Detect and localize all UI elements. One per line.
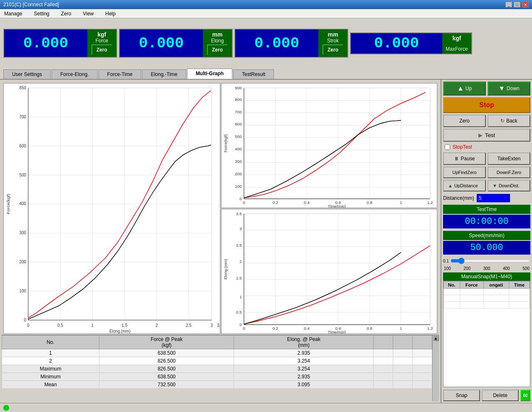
- delete-button[interactable]: Delete: [482, 390, 519, 401]
- zero-back-row: Zero ↻ Back: [443, 115, 530, 127]
- svg-text:1.2: 1.2: [427, 201, 433, 205]
- downfzero-button[interactable]: DownF.Zero: [488, 167, 530, 178]
- svg-rect-77: [244, 214, 430, 325]
- charts-area: 0 100 200 300 400 500 600 700 850 Force(…: [0, 80, 441, 403]
- mean-force: 732.500: [99, 381, 234, 389]
- maxforce-value: 0.000: [351, 33, 442, 54]
- svg-text:0: 0: [24, 318, 27, 322]
- results-table: No. Force @ Peak(kgf) Elong. @ Peak(mm) …: [2, 335, 432, 389]
- speed-slider[interactable]: [451, 258, 530, 264]
- distance-input[interactable]: [477, 194, 510, 202]
- pause-button[interactable]: ⏸ Pause: [443, 152, 486, 165]
- strok-label-group: mm Strok Zero: [318, 29, 347, 57]
- menu-zero[interactable]: Zero: [59, 10, 74, 17]
- cell-no: 2: [2, 357, 99, 365]
- takeexten-button[interactable]: TakeExten: [488, 152, 530, 165]
- col-force: Force @ Peak(kgf): [99, 336, 234, 349]
- svg-text:0.8: 0.8: [367, 326, 372, 331]
- tab-force-elong[interactable]: Force-Elong.: [52, 69, 98, 79]
- stoptest-label: StopTest: [453, 144, 472, 150]
- down-button[interactable]: ▼ Down: [488, 81, 530, 96]
- speed-200: 200: [463, 266, 470, 271]
- tab-test-result[interactable]: TestResult: [233, 69, 274, 79]
- svg-text:0: 0: [243, 326, 245, 331]
- maxforce-label: MaxForce: [446, 46, 468, 52]
- close-button[interactable]: ✕: [522, 2, 529, 7]
- speed-300: 300: [483, 266, 490, 271]
- speed-min-label: 0.1: [443, 259, 449, 263]
- test-button[interactable]: ▶ Test: [443, 129, 530, 142]
- table-scrollbar[interactable]: ▲: [432, 335, 439, 401]
- maximize-button[interactable]: □: [514, 2, 520, 7]
- col-elong: Elong. @ Peak(mm): [234, 336, 374, 349]
- strok-zero-button[interactable]: Zero: [323, 44, 343, 55]
- snap-row: [444, 302, 530, 309]
- svg-text:0: 0: [243, 201, 245, 205]
- maxforce-label-group: kgf MaxForce: [442, 33, 471, 54]
- menu-setting[interactable]: Setting: [31, 10, 52, 17]
- cell-elong: 2.935: [234, 349, 374, 357]
- manual-snap-header: ManualSnap(M1~M40): [443, 272, 530, 281]
- svg-text:300: 300: [235, 159, 241, 164]
- up-label: Up: [466, 86, 472, 91]
- svg-text:Elong.(mm): Elong.(mm): [109, 329, 131, 333]
- menu-help[interactable]: Help: [103, 10, 118, 17]
- menu-manage[interactable]: Manage: [2, 10, 25, 17]
- cell-elong: 3.254: [234, 357, 374, 365]
- label-mean: Mean: [2, 381, 99, 389]
- elong-zero-button[interactable]: Zero: [207, 44, 228, 55]
- svg-text:100: 100: [235, 184, 241, 189]
- testtime-value: 00:00:00: [443, 215, 530, 228]
- elong-label: Elong: [211, 38, 224, 44]
- minimize-button[interactable]: _: [505, 2, 512, 7]
- table-row: 2 826.500 3.254: [2, 357, 432, 365]
- svg-text:200: 200: [235, 172, 241, 176]
- main-content: 0 100 200 300 400 500 600 700 850 Force(…: [0, 80, 532, 403]
- downdist-button[interactable]: ▼ DownDist.: [488, 180, 530, 191]
- svg-text:900: 900: [235, 86, 241, 90]
- svg-text:1: 1: [239, 294, 241, 299]
- tab-user-settings[interactable]: User Settings: [3, 69, 51, 79]
- updistance-label: UpDistance: [454, 183, 478, 188]
- cell-force: 826.500: [99, 357, 234, 365]
- up-down-row: ▲ Up ▼ Down: [443, 81, 530, 96]
- snap-button[interactable]: Snap: [443, 390, 480, 401]
- svg-text:Elong.(mm): Elong.(mm): [223, 259, 228, 280]
- menu-view[interactable]: View: [80, 10, 96, 17]
- svg-text:1.5: 1.5: [236, 276, 242, 280]
- upfindzero-button[interactable]: UpFindZero: [443, 167, 486, 178]
- scroll-up-arrow[interactable]: ▲: [433, 335, 439, 341]
- zero-button[interactable]: Zero: [443, 115, 486, 127]
- up-button[interactable]: ▲ Up: [443, 81, 486, 96]
- svg-text:500: 500: [20, 172, 27, 177]
- svg-text:0.4: 0.4: [304, 201, 310, 205]
- back-button[interactable]: ↻ Back: [488, 115, 530, 127]
- stoptest-checkbox[interactable]: [445, 145, 450, 150]
- speed-labels: 100 200 300 400 500: [443, 266, 530, 271]
- svg-text:Force(kgf): Force(kgf): [223, 134, 228, 152]
- updist-icon: ▲: [448, 183, 453, 188]
- strok-value: 0.000: [235, 29, 318, 57]
- svg-text:3.5: 3.5: [236, 211, 242, 216]
- snap-delete-row: Snap Delete 60: [443, 390, 530, 401]
- tab-force-time[interactable]: Force-Time: [99, 69, 141, 79]
- titlebar-title: 2101(C) [Connect Failed]: [3, 2, 59, 7]
- force-zero-button[interactable]: Zero: [91, 44, 112, 55]
- stop-button[interactable]: Stop: [443, 97, 530, 113]
- svg-text:0: 0: [239, 322, 241, 327]
- updistance-button[interactable]: ▲ UpDistance: [443, 180, 486, 191]
- svg-text:0.5: 0.5: [57, 323, 63, 327]
- svg-text:700: 700: [20, 114, 27, 119]
- speed-panel-group: Speed(mm/min) 50.000: [443, 231, 530, 255]
- table-row: 1 638.500 2.935: [2, 349, 432, 357]
- speed-slider-row: 0.1: [443, 257, 530, 265]
- snap-col-no: No.: [444, 282, 460, 289]
- test-label: Test: [485, 132, 495, 138]
- speed-400: 400: [503, 266, 510, 271]
- force-label: Force: [96, 38, 108, 44]
- force-label-group: kgf Force Zero: [87, 29, 116, 57]
- tab-elong-time[interactable]: Elong.-Time: [142, 69, 186, 79]
- elong-time-chart: 0 0.5 1 1.5 2 2.5 3 3.5 Elong.(mm) 0 0.2…: [221, 209, 437, 334]
- tab-multi-graph[interactable]: Multi-Graph: [187, 69, 232, 79]
- menubar: Manage Setting Zero View Help: [0, 9, 532, 18]
